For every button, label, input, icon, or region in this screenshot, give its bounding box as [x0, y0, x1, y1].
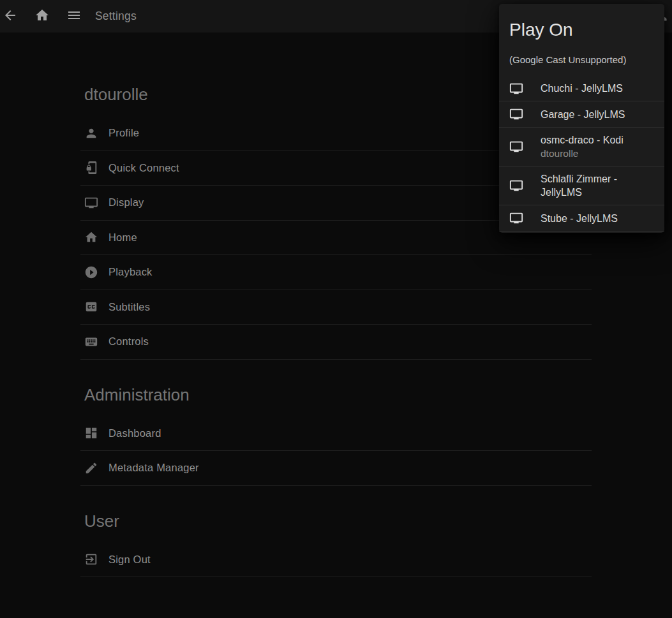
settings-item-subtitles[interactable]: Subtitles — [80, 290, 592, 325]
section-heading-administration: Administration — [80, 384, 592, 406]
cast-device-text: Stube - JellyLMS — [541, 206, 618, 231]
section-list-administration: DashboardMetadata Manager — [80, 416, 592, 486]
tv-icon — [509, 140, 523, 154]
cast-device-text: Garage - JellyLMS — [541, 102, 625, 127]
section-heading-user: User — [80, 510, 592, 532]
cast-device-schlafli-zimmer-jellylms[interactable]: Schlafli Zimmer - JellyLMS — [499, 166, 664, 205]
cast-device-name: Schlafli Zimmer - JellyLMS — [541, 172, 654, 199]
dialog-title: Play On — [509, 19, 654, 41]
settings-item-label: Home — [108, 232, 137, 244]
tv-icon — [509, 211, 523, 225]
settings-item-label: Quick Connect — [108, 162, 179, 174]
menu-icon — [66, 8, 82, 25]
tv-icon — [84, 196, 98, 210]
settings-item-label: Dashboard — [108, 427, 161, 439]
settings-item-label: Profile — [108, 127, 139, 139]
cast-device-name: Stube - JellyLMS — [541, 212, 618, 225]
keyboard-icon — [84, 335, 98, 349]
play-on-dialog: Play On (Google Cast Unsupported) Chuchi… — [499, 4, 664, 233]
settings-item-dashboard[interactable]: Dashboard — [80, 416, 592, 452]
cast-device-list: Chuchi - JellyLMSGarage - JellyLMSosmc-d… — [499, 75, 664, 232]
cast-device-text: Schlafli Zimmer - JellyLMS — [541, 166, 654, 205]
person-icon — [84, 126, 98, 140]
home-button[interactable] — [32, 1, 52, 33]
settings-item-sign-out[interactable]: Sign Out — [80, 543, 592, 578]
play-circle-icon — [84, 265, 98, 279]
settings-item-label: Metadata Manager — [108, 462, 199, 474]
home-icon — [84, 230, 98, 244]
dashboard-icon — [84, 426, 98, 440]
cast-device-stube-jellylms[interactable]: Stube - JellyLMS — [499, 205, 664, 232]
settings-item-label: Sign Out — [108, 554, 151, 566]
cast-device-name: Chuchi - JellyLMS — [541, 82, 623, 95]
edit-icon — [84, 461, 98, 475]
phonelink-lock-icon — [84, 161, 98, 175]
cast-device-garage-jellylms[interactable]: Garage - JellyLMS — [499, 101, 664, 128]
tv-icon — [509, 82, 523, 96]
cast-device-text: osmc-draco - Kodidtourolle — [541, 128, 623, 166]
cast-device-text: Chuchi - JellyLMS — [541, 76, 623, 101]
exit-to-app-icon — [84, 552, 98, 566]
cast-device-chuchi-jellylms[interactable]: Chuchi - JellyLMS — [499, 75, 664, 101]
cast-device-osmc-draco-kodi[interactable]: osmc-draco - Kodidtourolle — [499, 128, 664, 166]
settings-item-metadata-manager[interactable]: Metadata Manager — [80, 451, 592, 486]
section-list-user: Sign Out — [80, 543, 592, 578]
settings-item-label: Playback — [108, 266, 153, 278]
tv-icon — [509, 179, 523, 193]
cast-device-user: dtourolle — [541, 147, 623, 160]
settings-item-controls[interactable]: Controls — [80, 325, 592, 360]
home-icon — [34, 8, 50, 25]
settings-item-label: Controls — [108, 335, 149, 348]
page-title: Settings — [95, 10, 137, 23]
settings-item-playback[interactable]: Playback — [80, 255, 592, 290]
cast-device-name: Garage - JellyLMS — [541, 108, 625, 121]
back-button[interactable] — [0, 1, 20, 33]
cast-device-name: osmc-draco - Kodi — [541, 133, 623, 147]
arrow-back-icon — [3, 8, 18, 25]
settings-item-label: Subtitles — [108, 301, 150, 313]
settings-item-label: Display — [108, 196, 144, 209]
menu-button[interactable] — [64, 1, 84, 33]
tv-icon — [509, 107, 523, 121]
dialog-subtitle: (Google Cast Unsupported) — [509, 54, 654, 66]
closed-caption-icon — [84, 300, 98, 314]
